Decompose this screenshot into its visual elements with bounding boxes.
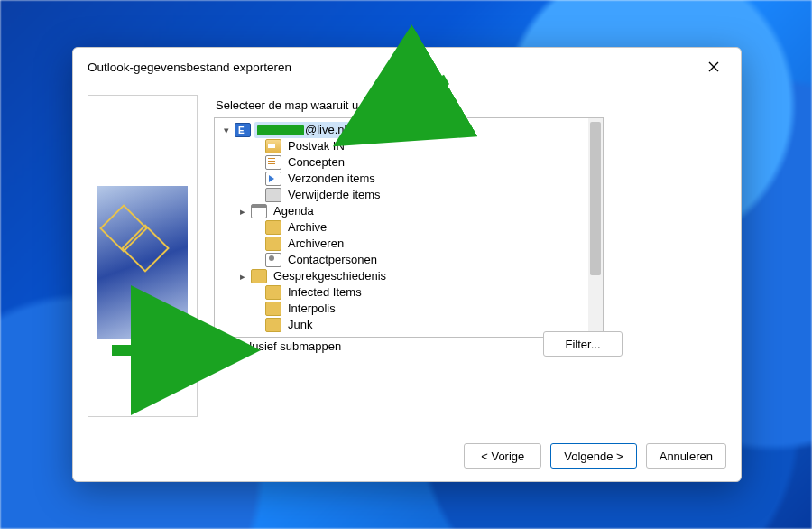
window-title: Outlook-gegevensbestand exporteren <box>88 60 291 74</box>
content-column: Selecteer de map waaruit u wilt exporter… <box>214 95 726 429</box>
close-button[interactable] <box>694 54 734 79</box>
wizard-decor-panel <box>88 95 198 417</box>
calendar-icon <box>251 204 267 218</box>
cancel-button[interactable]: Annuleren <box>646 443 726 469</box>
next-button[interactable]: Volgende > <box>550 443 636 469</box>
include-subfolders-checkbox[interactable] <box>214 339 228 353</box>
contacts-icon <box>265 253 281 267</box>
checkmark-icon <box>217 341 226 351</box>
titlebar: Outlook-gegevensbestand exporteren <box>73 48 741 86</box>
tree-item-postvak-in[interactable]: ▸Postvak IN <box>220 138 603 154</box>
folder-tree-inner: ▾ @live.nl ▸Postvak IN▸Concepten▸Verzond… <box>215 118 603 333</box>
chevron-right-icon[interactable]: ▸ <box>236 203 249 219</box>
folder-icon <box>265 302 281 316</box>
chevron-down-icon[interactable]: ▾ <box>220 122 233 138</box>
scrollbar-thumb[interactable] <box>590 122 601 275</box>
export-dialog: Outlook-gegevensbestand exporteren Selec… <box>72 47 742 482</box>
tree-item-concepten[interactable]: ▸Concepten <box>220 154 603 171</box>
tree-item-interpolis[interactable]: ▸Interpolis <box>220 301 603 317</box>
account-icon <box>235 123 251 137</box>
tree-item-label: Verwijderde items <box>285 187 383 203</box>
tree-item-label: Infected Items <box>285 284 364 301</box>
folder-icon <box>265 285 281 300</box>
tree-item-verwijderde-items[interactable]: ▸Verwijderde items <box>220 187 603 203</box>
tree-item-label: Agenda <box>271 203 317 219</box>
tree-item-gesprekgeschiedenis[interactable]: ▸Gesprekgeschiedenis <box>220 268 603 284</box>
filter-button[interactable]: Filter... <box>543 331 623 357</box>
include-subfolders-row[interactable]: Inclusief submappen <box>214 339 341 353</box>
tree-scrollbar[interactable] <box>588 118 603 337</box>
redacted-account-name <box>257 125 304 135</box>
tree-item-agenda[interactable]: ▸Agenda <box>220 203 603 219</box>
back-button[interactable]: < Vorige <box>464 443 541 469</box>
dialog-body: Selecteer de map waaruit u wilt exporter… <box>88 95 726 429</box>
select-folder-prompt: Selecteer de map waaruit u wilt exporter… <box>216 98 726 112</box>
trash-icon <box>265 188 281 202</box>
tree-item-label: Verzonden items <box>285 171 378 187</box>
inbox-icon <box>265 139 281 153</box>
tree-item-contactpersonen[interactable]: ▸Contactpersonen <box>220 252 603 268</box>
chevron-right-icon[interactable]: ▸ <box>236 268 249 284</box>
tree-item-archive[interactable]: ▸Archive <box>220 219 603 236</box>
tree-item-archiveren[interactable]: ▸Archiveren <box>220 236 603 252</box>
wizard-decor-image <box>97 186 188 339</box>
tree-item-label: Archive <box>285 219 329 236</box>
tree-item-infected-items[interactable]: ▸Infected Items <box>220 284 603 301</box>
tree-item-label: Junk <box>285 317 315 333</box>
include-subfolders-label: Inclusief submappen <box>234 339 341 353</box>
folder-icon <box>265 318 281 332</box>
tree-account-label: @live.nl <box>254 122 349 138</box>
folder-tree[interactable]: ▾ @live.nl ▸Postvak IN▸Concepten▸Verzond… <box>214 117 604 338</box>
tree-item-label: Gesprekgeschiedenis <box>271 268 389 284</box>
tree-item-label: Contactpersonen <box>285 252 380 268</box>
tree-item-verzonden-items[interactable]: ▸Verzonden items <box>220 171 603 187</box>
folder-icon <box>265 237 281 251</box>
draft-icon <box>265 155 281 170</box>
wizard-button-row: < Vorige Volgende > Annuleren <box>464 443 726 469</box>
folder-icon <box>251 269 267 283</box>
tree-item-label: Archiveren <box>285 236 346 252</box>
close-icon <box>708 61 719 72</box>
tree-item-label: Postvak IN <box>285 138 347 154</box>
folder-icon <box>265 220 281 235</box>
tree-item-label: Interpolis <box>285 301 338 317</box>
tree-account-root[interactable]: ▾ @live.nl <box>220 122 603 138</box>
tree-item-label: Concepten <box>285 154 347 171</box>
sent-icon <box>265 172 281 186</box>
